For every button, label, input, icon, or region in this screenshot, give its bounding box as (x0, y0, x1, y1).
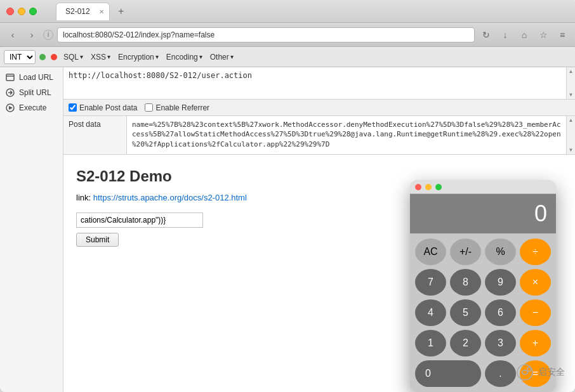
calc-max-button[interactable] (435, 184, 442, 190)
sidebar-split-url[interactable]: Split URL (0, 85, 63, 100)
toolbar: INT SQL XSS Encryption Encoding Other (0, 47, 575, 67)
calc-minus[interactable]: − (520, 299, 551, 326)
active-tab[interactable]: S2-012 ✕ (56, 3, 110, 20)
minimize-button[interactable] (18, 8, 25, 15)
s2-012-link[interactable]: https://struts.apache.org/docs/s2-012.ht… (93, 193, 247, 202)
sidebar: Load URL Split URL Execute (0, 67, 63, 392)
enable-post-checkbox[interactable] (69, 103, 77, 112)
post-data-textarea[interactable]: name=%25%7B%28%23context%5B%27xwork.Meth… (127, 116, 566, 154)
traffic-lights (6, 8, 37, 15)
tab-title: S2-012 (65, 7, 90, 16)
svg-point-6 (527, 367, 531, 371)
calc-1[interactable]: 1 (415, 330, 446, 356)
calc-3[interactable]: 3 (485, 330, 516, 356)
calc-title-bar (410, 180, 556, 194)
tab-bar: S2-012 ✕ + (43, 3, 569, 20)
post-data-label: Post data (63, 116, 127, 154)
calc-8[interactable]: 8 (450, 269, 481, 296)
tab-close-icon[interactable]: ✕ (99, 8, 104, 15)
page-body: S2-012 Demo link: https://struts.apache.… (63, 155, 575, 392)
post-scroll-up[interactable]: ▲ (567, 116, 575, 124)
nav-bar: ‹ › i ↻ ↓ ⌂ ☆ ≡ (0, 23, 575, 47)
calc-close-button[interactable] (415, 184, 421, 190)
load-url-label: Load URL (19, 73, 53, 82)
info-icon: i (43, 30, 53, 40)
calculator: 0 AC +/- % ÷ 7 8 9 × 4 5 6 − (410, 180, 556, 392)
sidebar-load-url[interactable]: Load URL (0, 70, 63, 85)
calc-2[interactable]: 2 (450, 330, 481, 356)
calc-plus[interactable]: + (520, 330, 551, 356)
browser-window: S2-012 ✕ + ‹ › i ↻ ↓ ⌂ ☆ ≡ INT SQL XSS E… (0, 0, 575, 392)
menu-button[interactable]: ≡ (555, 27, 570, 42)
enable-post-label[interactable]: Enable Post data (69, 103, 137, 112)
calc-0[interactable]: 0 (415, 360, 481, 387)
load-url-icon (5, 72, 15, 82)
calc-multiply[interactable]: × (520, 269, 551, 296)
calc-ac[interactable]: AC (415, 238, 446, 265)
link-prefix: link: (76, 193, 93, 202)
calc-7[interactable]: 7 (415, 269, 446, 296)
calc-4[interactable]: 4 (415, 299, 446, 326)
sql-menu[interactable]: SQL (61, 51, 86, 63)
other-menu[interactable]: Other (208, 51, 236, 63)
enable-referrer-checkbox[interactable] (145, 103, 153, 112)
calc-min-button[interactable] (425, 184, 432, 190)
new-tab-button[interactable]: + (115, 5, 128, 18)
split-url-icon (5, 88, 15, 98)
type-select[interactable]: INT (4, 50, 36, 64)
calc-value: 0 (419, 200, 547, 227)
main-content: Load URL Split URL Execute http://localh… (0, 67, 575, 392)
download-button[interactable]: ↓ (498, 27, 513, 42)
watermark: 启安全 (515, 363, 565, 382)
url-scroll-up[interactable]: ▲ (567, 67, 575, 75)
home-button[interactable]: ⌂ (517, 27, 532, 42)
xss-menu[interactable]: XSS (88, 51, 113, 63)
calc-percent[interactable]: % (485, 238, 516, 265)
url-textarea[interactable]: http://localhost:8080/S2-012/user.action (63, 67, 566, 99)
green-dot (39, 54, 46, 60)
encoding-menu[interactable]: Encoding (164, 51, 205, 63)
watermark-icon (515, 363, 534, 382)
submit-button[interactable]: Submit (76, 233, 119, 247)
refresh-button[interactable]: ↻ (479, 27, 494, 42)
url-input[interactable] (57, 27, 475, 42)
calc-plus-minus[interactable]: +/- (450, 238, 481, 265)
calc-9[interactable]: 9 (485, 269, 516, 296)
execute-label: Execute (19, 103, 46, 112)
execute-icon (5, 103, 15, 113)
split-url-label: Split URL (19, 88, 51, 97)
encryption-menu[interactable]: Encryption (116, 51, 161, 63)
maximize-button[interactable] (29, 8, 37, 15)
options-bar: Enable Post data Enable Referrer (63, 100, 575, 116)
watermark-text: 启安全 (538, 367, 565, 378)
post-scrollbar: ▲ ▼ (566, 116, 575, 154)
forward-button[interactable]: › (24, 27, 39, 42)
close-button[interactable] (6, 8, 14, 15)
right-panel: http://localhost:8080/S2-012/user.action… (63, 67, 575, 392)
sidebar-execute[interactable]: Execute (0, 100, 63, 115)
url-input-area: http://localhost:8080/S2-012/user.action… (63, 67, 575, 100)
red-dot (51, 54, 57, 60)
post-scroll-down[interactable]: ▼ (567, 146, 575, 154)
calc-divide[interactable]: ÷ (520, 238, 551, 265)
enable-referrer-label[interactable]: Enable Referrer (145, 103, 209, 112)
svg-marker-4 (9, 106, 13, 110)
name-input[interactable] (76, 212, 203, 228)
post-data-area: Post data name=%25%7B%28%23context%5B%27… (63, 116, 575, 155)
url-scrollbar: ▲ ▼ (566, 67, 575, 99)
title-bar: S2-012 ✕ + (0, 0, 575, 23)
back-button[interactable]: ‹ (5, 27, 20, 42)
calc-6[interactable]: 6 (485, 299, 516, 326)
calc-dot[interactable]: . (485, 360, 516, 387)
url-scroll-down[interactable]: ▼ (567, 91, 575, 99)
svg-rect-0 (6, 74, 14, 81)
bookmark-button[interactable]: ☆ (536, 27, 551, 42)
calc-5[interactable]: 5 (450, 299, 481, 326)
calc-display: 0 (410, 194, 556, 233)
